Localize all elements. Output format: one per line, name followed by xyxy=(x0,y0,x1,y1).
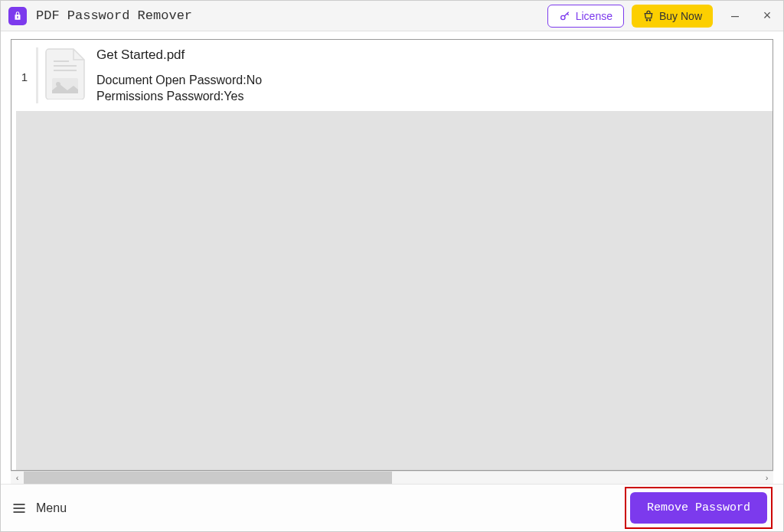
file-list: 1 Get Started.pdf xyxy=(11,40,773,470)
horizontal-scrollbar[interactable]: ‹ › xyxy=(11,471,773,484)
pdf-thumbnail-icon xyxy=(43,47,87,100)
row-divider xyxy=(36,47,38,103)
row-index: 1 xyxy=(18,47,31,83)
open-password-line: Document Open Password:No xyxy=(96,73,262,87)
scroll-track[interactable] xyxy=(24,472,760,484)
svg-point-2 xyxy=(649,19,650,20)
hamburger-icon xyxy=(11,501,27,516)
license-label: License xyxy=(576,10,612,22)
file-list-container: 1 Get Started.pdf xyxy=(11,39,773,471)
file-meta: Document Open Password:No Permissions Pa… xyxy=(96,73,262,103)
file-name: Get Started.pdf xyxy=(96,47,262,63)
footer: Menu Remove Password xyxy=(1,484,783,531)
scroll-left-arrow-icon[interactable]: ‹ xyxy=(11,472,24,485)
file-row[interactable]: 1 Get Started.pdf xyxy=(11,40,773,111)
menu-button[interactable]: Menu xyxy=(11,501,67,516)
scroll-right-arrow-icon[interactable]: › xyxy=(760,472,773,485)
key-icon xyxy=(559,10,571,22)
main-area: 1 Get Started.pdf xyxy=(1,31,783,484)
app-title: PDF Password Remover xyxy=(36,8,547,23)
app-icon xyxy=(8,7,27,25)
remove-password-highlight: Remove Password xyxy=(625,487,773,529)
titlebar: PDF Password Remover License Buy Now – × xyxy=(1,1,783,31)
list-empty-area[interactable] xyxy=(16,111,773,470)
remove-password-button[interactable]: Remove Password xyxy=(630,492,767,524)
permissions-password-line: Permissions Password:Yes xyxy=(96,90,262,103)
buy-now-button[interactable]: Buy Now xyxy=(632,5,713,28)
minimize-button[interactable]: – xyxy=(727,8,743,24)
svg-point-0 xyxy=(560,15,564,19)
cart-icon xyxy=(642,10,655,22)
buy-now-label: Buy Now xyxy=(659,10,702,22)
file-details: Get Started.pdf Document Open Password:N… xyxy=(96,47,262,103)
menu-label: Menu xyxy=(36,501,67,515)
license-button[interactable]: License xyxy=(547,5,624,28)
scroll-thumb[interactable] xyxy=(24,472,392,484)
close-button[interactable]: × xyxy=(759,8,776,24)
window-controls: – × xyxy=(727,8,776,24)
svg-point-1 xyxy=(646,19,647,20)
